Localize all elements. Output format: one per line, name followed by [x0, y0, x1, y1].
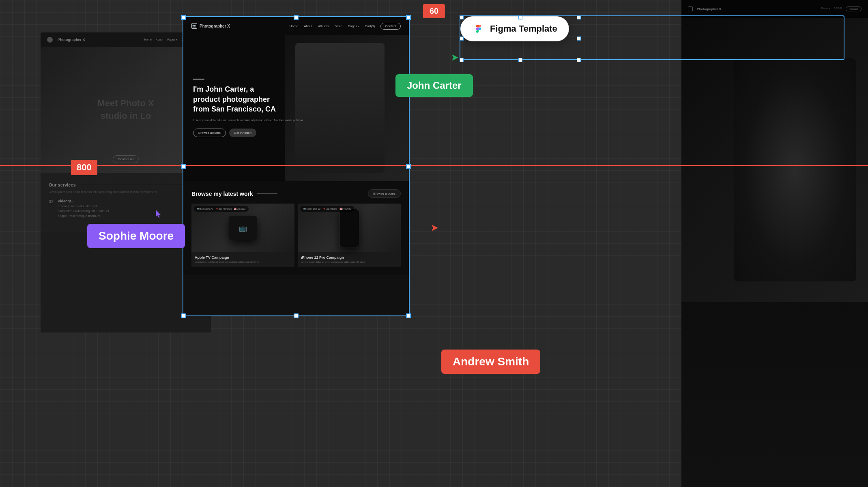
- right-bg-photo-area: [681, 18, 868, 302]
- sophie-moore-label: Sophie Moore: [87, 224, 185, 248]
- gallery-item-2-title: iPhone 12 Pro Campaign: [301, 255, 397, 260]
- hero-description: Lorem ipsum dolor sit amet consectetur d…: [193, 118, 399, 122]
- nav-link-store: Store: [335, 24, 342, 28]
- camera-icon: [191, 23, 197, 29]
- selection-handle-bl[interactable]: [181, 313, 186, 318]
- hero-buttons: Browse albums Get in touch: [193, 129, 399, 137]
- website-nav-logo-text: Photographer X: [200, 24, 230, 28]
- background-frame-right: Photographer X Pages ▾ Cart(3) Contact: [681, 0, 868, 487]
- gallery-item-1-date: 📅 Jan 2022: [234, 208, 245, 210]
- bg-service-item-1: 02 Videogr... Lorem ipsum dolor sit amet…: [49, 199, 203, 219]
- gallery-item-1-camera: 📷 Sony Alpha A1: [197, 208, 213, 210]
- right-bg-nav: Photographer X Pages ▾ Cart(3) Contact: [681, 0, 868, 18]
- bg-services-title: Our services: [49, 182, 203, 187]
- gallery-item-1-meta: 📷 Sony Alpha A1 📍 San Francisco 📅 Jan 20…: [194, 206, 249, 212]
- figma-badge-text: Figma Template: [490, 24, 557, 34]
- andrew-smith-cursor-icon: [430, 223, 440, 233]
- nav-link-about: About: [304, 24, 312, 28]
- bg-nav-logo-icon: [47, 37, 53, 43]
- hero-title-line1: I'm John Carter, a: [193, 85, 254, 93]
- selection-handle-tm[interactable]: [294, 15, 299, 20]
- right-nav-contact-btn[interactable]: Contact: [846, 6, 862, 11]
- gallery-item-1-img: 📷 Sony Alpha A1 📍 San Francisco 📅 Jan 20…: [191, 204, 294, 252]
- hero-browse-btn[interactable]: Browse albums: [193, 129, 226, 137]
- iphone-product: [339, 209, 359, 247]
- selection-handle-tr[interactable]: [406, 15, 411, 20]
- gallery-item-2: 📷 Canon EOS 1D 📍 Los Angeles 📅 Feb 2021 …: [298, 204, 401, 267]
- bg-hero-line1: Meet Photo X: [97, 98, 154, 108]
- gallery-item-1-location: 📍 San Francisco: [216, 208, 232, 210]
- figma-handle-ml[interactable]: [460, 36, 464, 41]
- right-photo-figure: [734, 58, 856, 281]
- gallery-grid: 📷 Sony Alpha A1 📍 San Francisco 📅 Jan 20…: [191, 204, 401, 267]
- hero-line: [193, 79, 204, 79]
- bg-nav-link-home: Home: [144, 38, 152, 41]
- figma-handle-bl[interactable]: [460, 58, 464, 62]
- figma-handle-tl[interactable]: [460, 15, 464, 19]
- selection-handle-mr[interactable]: [406, 164, 411, 169]
- gallery-item-1-title: Apple TV Campaign: [195, 255, 291, 260]
- main-website-frame: Photographer X Home About Albums Store P…: [183, 16, 410, 316]
- andrew-smith-label: Andrew Smith: [441, 350, 540, 374]
- bg-service-title: Videogr...: [58, 199, 109, 203]
- bg-service-text: Lorem ipsum dolor sit ametconsectetur ad…: [58, 204, 109, 219]
- gallery-item-1: 📷 Sony Alpha A1 📍 San Francisco 📅 Jan 20…: [191, 204, 294, 267]
- right-bg-nav-logo-icon: [688, 6, 693, 11]
- gallery-item-2-date: 📅 Feb 2021: [339, 208, 351, 210]
- sophie-cursor-icon: [154, 209, 164, 219]
- right-bg-nav-logo-text: Photographer X: [697, 7, 721, 11]
- hero-title-line3: from San Francisco, CA: [193, 105, 276, 113]
- selection-handle-br[interactable]: [406, 313, 411, 318]
- ruler-horizontal-line: [0, 165, 868, 166]
- website-nav-links: Home About Albums Store Pages Cart(3) Co…: [290, 23, 401, 30]
- gallery-item-2-info: iPhone 12 Pro Campaign Lorem ipsum dolor…: [298, 252, 401, 267]
- selection-handle-tl[interactable]: [181, 15, 186, 20]
- gallery-browse-btn[interactable]: Browse albums: [368, 189, 401, 198]
- hero-title: I'm John Carter, a product photographer …: [193, 84, 399, 114]
- right-bg-nav-links: Pages ▾ Cart(3) Contact: [821, 6, 862, 11]
- gallery-item-2-camera: 📷 Canon EOS 1D: [303, 208, 320, 210]
- figma-handle-mr[interactable]: [577, 36, 581, 41]
- bg-nav-logo-text: Photographer X: [58, 38, 85, 42]
- figma-handle-bm[interactable]: [518, 58, 522, 62]
- ruler-label: 800: [71, 160, 97, 175]
- bg-nav-link-about: About: [156, 38, 163, 41]
- bg-services-desc: Lorem ipsum dolor sit amet consectetur a…: [49, 190, 203, 194]
- selection-handle-bm[interactable]: [294, 313, 299, 318]
- bg-hero-line2: studio in Lo: [101, 111, 151, 121]
- figma-template-badge: Figma Template: [460, 16, 569, 41]
- gallery-item-2-img: 📷 Canon EOS 1D 📍 Los Angeles 📅 Feb 2021: [298, 204, 401, 252]
- gallery-title: Browse my latest work: [191, 191, 277, 197]
- figma-handle-tm[interactable]: [518, 15, 522, 19]
- john-carter-cursor-icon: [450, 53, 460, 62]
- nav-contact-btn[interactable]: Contact: [380, 23, 401, 30]
- apple-tv-logo: 📺: [239, 224, 247, 232]
- website-nav-logo: Photographer X: [191, 23, 230, 29]
- gallery-header: Browse my latest work Browse albums: [191, 189, 401, 198]
- figma-handle-tr[interactable]: [577, 15, 581, 19]
- dimension-badge: 60: [423, 4, 445, 18]
- bg-hero-text: Meet Photo X studio in Lo: [97, 97, 154, 122]
- website-hero-content: I'm John Carter, a product photographer …: [183, 79, 409, 137]
- hero-contact-btn[interactable]: Get in touch: [229, 129, 256, 137]
- figma-handle-br[interactable]: [577, 58, 581, 62]
- nav-link-cart: Cart(3): [365, 24, 375, 28]
- right-nav-cart: Cart(3): [834, 6, 842, 11]
- right-nav-pages: Pages ▾: [821, 6, 830, 11]
- apple-tv-product: 📺: [229, 216, 257, 240]
- bg-nav-link-pages: Pages ▾: [167, 38, 178, 41]
- nav-link-albums: Albums: [318, 24, 329, 28]
- nav-link-pages: Pages: [348, 24, 359, 28]
- nav-link-home: Home: [290, 24, 298, 28]
- bg-service-num: 02: [49, 199, 54, 219]
- gallery-item-1-info: Apple TV Campaign Lorem ipsum dolor sit …: [191, 252, 294, 267]
- gallery-item-2-location: 📍 Los Angeles: [323, 208, 337, 210]
- gallery-item-2-desc: Lorem ipsum dolor sit amet consectetur a…: [301, 260, 397, 264]
- john-carter-label: John Carter: [395, 74, 473, 97]
- figma-logo-icon: [472, 22, 485, 35]
- gallery-item-1-desc: Lorem ipsum dolor sit amet consectetur a…: [195, 260, 291, 264]
- bg-service-content: Videogr... Lorem ipsum dolor sit ametcon…: [58, 199, 109, 219]
- website-hero: I'm John Carter, a product photographer …: [183, 35, 409, 181]
- selection-handle-ml[interactable]: [181, 164, 186, 169]
- bg-hero-contact-btn[interactable]: Contact us: [113, 155, 139, 163]
